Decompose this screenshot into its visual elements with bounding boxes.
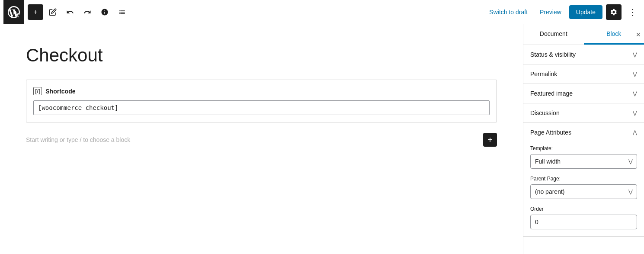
wp-logo-icon xyxy=(8,6,20,18)
panel-page-attributes-label: Page Attributes xyxy=(530,129,571,136)
page-title[interactable]: Checkout xyxy=(26,45,497,66)
block-label: Shortcode xyxy=(45,88,75,95)
info-button[interactable] xyxy=(97,4,112,20)
tab-document[interactable]: Document xyxy=(523,24,584,45)
chevron-down-icon-4: ⋁ xyxy=(633,110,637,116)
shortcode-input[interactable] xyxy=(33,100,490,115)
preview-button[interactable]: Preview xyxy=(535,6,566,18)
editor-area: Checkout [/] Shortcode Start writing or … xyxy=(0,24,523,254)
sidebar: Document Block × Status & visibility ⋁ P… xyxy=(523,24,644,254)
tab-block[interactable]: Block xyxy=(584,24,644,45)
panel-page-attributes: Page Attributes ⋀ Template: Full width D… xyxy=(523,123,644,237)
switch-to-draft-button[interactable]: Switch to draft xyxy=(485,6,532,18)
update-button[interactable]: Update xyxy=(569,5,602,19)
template-select-wrapper: Full width Default Template ⋁ xyxy=(530,154,637,169)
add-block-hint: Start writing or type / to choose a bloc… xyxy=(26,136,130,143)
shortcode-icon: [/] xyxy=(33,87,42,95)
sidebar-close-button[interactable]: × xyxy=(636,31,641,39)
chevron-down-icon: ⋁ xyxy=(633,51,637,58)
panel-permalink-header[interactable]: Permalink ⋁ xyxy=(523,64,644,84)
panel-featured-image: Featured image ⋁ xyxy=(523,84,644,103)
shortcode-block: [/] Shortcode xyxy=(26,80,497,122)
gear-icon xyxy=(610,8,618,16)
pencil-icon xyxy=(49,8,57,16)
add-block-button[interactable]: + xyxy=(28,4,43,20)
sidebar-tabs: Document Block × xyxy=(523,24,644,45)
panel-status-visibility-label: Status & visibility xyxy=(530,51,576,58)
block-header: [/] Shortcode xyxy=(33,87,490,95)
add-block-row: Start writing or type / to choose a bloc… xyxy=(26,129,497,150)
add-block-inline-button[interactable]: + xyxy=(483,133,497,147)
parent-page-select-wrapper: (no parent) ⋁ xyxy=(530,184,637,199)
panel-status-visibility-header[interactable]: Status & visibility ⋁ xyxy=(523,45,644,64)
parent-page-select[interactable]: (no parent) xyxy=(530,184,637,199)
panel-permalink-label: Permalink xyxy=(530,71,557,77)
chevron-down-icon-3: ⋁ xyxy=(633,90,637,96)
order-input[interactable] xyxy=(530,215,637,229)
toolbar: + Switch to draft Preview Update ⋮ xyxy=(0,0,644,24)
panel-discussion-label: Discussion xyxy=(530,109,560,116)
panel-discussion: Discussion ⋁ xyxy=(523,103,644,123)
more-options-button[interactable]: ⋮ xyxy=(625,4,641,20)
settings-button[interactable] xyxy=(606,4,622,20)
main-layout: Checkout [/] Shortcode Start writing or … xyxy=(0,24,644,254)
order-label: Order xyxy=(530,206,637,212)
template-label: Template: xyxy=(530,145,637,151)
panel-permalink: Permalink ⋁ xyxy=(523,64,644,84)
template-select[interactable]: Full width Default Template xyxy=(530,154,637,169)
undo-button[interactable] xyxy=(62,4,78,20)
parent-page-label: Parent Page: xyxy=(530,176,637,182)
wp-logo xyxy=(3,0,24,24)
panel-discussion-header[interactable]: Discussion ⋁ xyxy=(523,103,644,122)
panel-page-attributes-body: Template: Full width Default Template ⋁ … xyxy=(523,142,644,236)
chevron-up-icon: ⋀ xyxy=(633,129,637,135)
undo-icon xyxy=(66,8,74,16)
list-view-icon xyxy=(118,8,126,16)
toolbar-right: Switch to draft Preview Update ⋮ xyxy=(485,4,641,20)
edit-button[interactable] xyxy=(45,4,61,20)
info-icon xyxy=(101,8,109,16)
panel-featured-image-header[interactable]: Featured image ⋁ xyxy=(523,84,644,103)
chevron-down-icon-2: ⋁ xyxy=(633,71,637,77)
panel-page-attributes-header[interactable]: Page Attributes ⋀ xyxy=(523,123,644,142)
list-view-button[interactable] xyxy=(114,4,130,20)
panel-status-visibility: Status & visibility ⋁ xyxy=(523,45,644,64)
redo-icon xyxy=(83,8,91,16)
panel-featured-image-label: Featured image xyxy=(530,90,573,97)
redo-button[interactable] xyxy=(80,4,95,20)
